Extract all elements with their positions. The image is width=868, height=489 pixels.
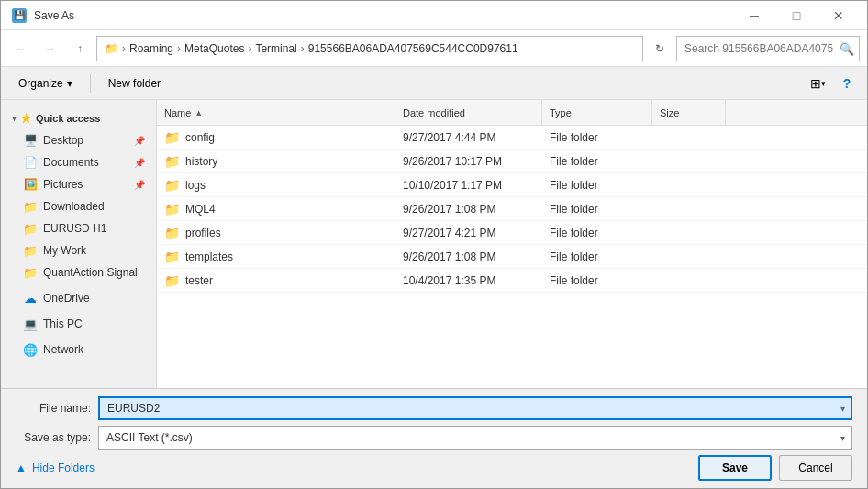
desktop-label: Desktop xyxy=(43,134,128,147)
cancel-button[interactable]: Cancel xyxy=(779,455,852,481)
forward-button[interactable]: → xyxy=(38,36,63,61)
sidebar-item-quantaction[interactable]: 📁 QuantAction Signal xyxy=(1,261,156,283)
table-row[interactable]: 📁 profiles 9/27/2017 4:21 PM File folder xyxy=(157,221,867,245)
network-section: 🌐 Network xyxy=(1,339,156,361)
onedrive-label: OneDrive xyxy=(43,292,145,305)
table-row[interactable]: 📁 tester 10/4/2017 1:35 PM File folder xyxy=(157,269,867,293)
hide-folders-label: Hide Folders xyxy=(32,461,95,474)
pictures-pin-icon: 📌 xyxy=(134,180,145,190)
breadcrumb-hash: 915566BA06ADA407569C544CC0D97611 xyxy=(308,42,518,55)
sidebar-item-mywork[interactable]: 📁 My Work xyxy=(1,239,156,261)
downloaded-label: Downloaded xyxy=(43,200,145,213)
network-icon: 🌐 xyxy=(23,342,38,357)
sidebar-item-onedrive[interactable]: ☁ OneDrive xyxy=(1,287,156,309)
new-folder-button[interactable]: New folder xyxy=(98,71,171,96)
save-button[interactable]: Save xyxy=(698,455,772,481)
title-controls: ─ □ ✕ xyxy=(733,1,860,30)
view-button[interactable]: ⊞ ▾ xyxy=(805,71,830,96)
desktop-pin-icon: 📌 xyxy=(134,136,145,146)
file-name: templates xyxy=(185,250,233,263)
file-list-header: Name ▲ Date modified Type Size xyxy=(157,100,867,126)
table-row[interactable]: 📁 templates 9/26/2017 1:08 PM File folde… xyxy=(157,245,867,269)
savetype-select[interactable]: ASCII Text (*.csv) xyxy=(98,426,852,450)
search-wrapper: 🔍 xyxy=(676,36,860,61)
this-pc-label: This PC xyxy=(43,317,145,330)
sidebar: ▾ ★ Quick access 🖥️ Desktop 📌 📄 Document… xyxy=(1,100,157,388)
table-row[interactable]: 📁 history 9/26/2017 10:17 PM File folder xyxy=(157,150,867,173)
sidebar-item-this-pc[interactable]: 💻 This PC xyxy=(1,313,156,335)
filename-label: File name: xyxy=(16,402,98,415)
desktop-icon: 🖥️ xyxy=(23,133,38,148)
col-type-label: Type xyxy=(550,107,572,118)
file-folder-icon: 📁 xyxy=(164,226,180,240)
refresh-button[interactable]: ↻ xyxy=(647,36,673,61)
file-type: File folder xyxy=(542,155,652,168)
eurusd-label: EURUSD H1 xyxy=(43,222,145,235)
action-row: ▲ Hide Folders Save Cancel xyxy=(16,455,852,481)
col-type-header[interactable]: Type xyxy=(542,100,652,125)
minimize-button[interactable]: ─ xyxy=(733,1,775,30)
filename-input[interactable] xyxy=(98,396,852,420)
documents-label: Documents xyxy=(43,156,128,169)
quick-access-collapse-icon: ▾ xyxy=(12,114,17,123)
file-rows-container: 📁 config 9/27/2017 4:44 PM File folder 📁… xyxy=(157,126,867,293)
col-date-label: Date modified xyxy=(403,107,465,118)
table-row[interactable]: 📁 config 9/27/2017 4:44 PM File folder xyxy=(157,126,867,150)
sidebar-item-desktop[interactable]: 🖥️ Desktop 📌 xyxy=(1,129,156,151)
file-type: File folder xyxy=(542,274,652,287)
savetype-select-wrapper: ASCII Text (*.csv) ▾ xyxy=(98,426,852,450)
quick-access-header[interactable]: ▾ ★ Quick access xyxy=(1,104,156,129)
bottom-panel: File name: ▾ Save as type: ASCII Text (*… xyxy=(1,388,867,488)
quantaction-folder-icon: 📁 xyxy=(23,265,38,280)
help-button[interactable]: ? xyxy=(834,71,860,96)
organize-label: Organize xyxy=(18,77,63,90)
view-icon: ⊞ xyxy=(810,76,821,91)
col-name-header[interactable]: Name ▲ xyxy=(157,100,395,125)
quick-access-star-icon: ★ xyxy=(20,111,32,126)
toolbar: Organize ▾ New folder ⊞ ▾ ? xyxy=(1,67,867,100)
file-date: 10/10/2017 1:17 PM xyxy=(395,179,542,192)
file-folder-icon: 📁 xyxy=(164,273,180,288)
sidebar-item-pictures[interactable]: 🖼️ Pictures 📌 xyxy=(1,173,156,195)
sidebar-item-eurusd[interactable]: 📁 EURUSD H1 xyxy=(1,217,156,239)
documents-pin-icon: 📌 xyxy=(134,158,145,168)
savetype-label: Save as type: xyxy=(16,431,98,444)
organize-button[interactable]: Organize ▾ xyxy=(8,71,83,96)
maximize-button[interactable]: □ xyxy=(775,1,818,30)
title-bar: 💾 Save As ─ □ ✕ xyxy=(1,1,867,30)
file-type: File folder xyxy=(542,250,652,263)
savetype-row: Save as type: ASCII Text (*.csv) ▾ xyxy=(16,426,852,450)
sidebar-item-documents[interactable]: 📄 Documents 📌 xyxy=(1,151,156,173)
view-arrow: ▾ xyxy=(821,79,826,88)
pictures-label: Pictures xyxy=(43,178,128,191)
sidebar-item-downloaded[interactable]: 📁 Downloaded xyxy=(1,195,156,217)
file-folder-icon: 📁 xyxy=(164,178,180,193)
search-input[interactable] xyxy=(676,36,860,61)
quick-access-section: ▾ ★ Quick access 🖥️ Desktop 📌 📄 Document… xyxy=(1,104,156,283)
title-bar-left: 💾 Save As xyxy=(12,8,74,23)
file-date: 9/26/2017 1:08 PM xyxy=(395,203,542,216)
window-icon: 💾 xyxy=(12,8,27,23)
this-pc-icon: 💻 xyxy=(23,317,38,331)
hide-folders-toggle[interactable]: ▲ Hide Folders xyxy=(16,458,95,478)
file-folder-icon: 📁 xyxy=(164,154,180,169)
address-path[interactable]: 📁 › Roaming › MetaQuotes › Terminal › 91… xyxy=(96,36,643,61)
col-size-header[interactable]: Size xyxy=(652,100,726,125)
quantaction-label: QuantAction Signal xyxy=(43,266,145,279)
close-button[interactable]: ✕ xyxy=(818,1,860,30)
onedrive-icon: ☁ xyxy=(23,291,38,306)
back-button[interactable]: ← xyxy=(8,36,34,61)
organize-arrow: ▾ xyxy=(67,77,72,90)
col-name-label: Name xyxy=(164,107,191,118)
col-date-header[interactable]: Date modified xyxy=(395,100,542,125)
table-row[interactable]: 📁 MQL4 9/26/2017 1:08 PM File folder xyxy=(157,197,867,221)
file-name: MQL4 xyxy=(185,203,216,216)
sidebar-item-network[interactable]: 🌐 Network xyxy=(1,339,156,361)
quick-access-label: Quick access xyxy=(36,113,100,124)
mywork-label: My Work xyxy=(43,244,145,257)
breadcrumb-roaming: Roaming xyxy=(129,42,173,55)
up-button[interactable]: ↑ xyxy=(67,36,93,61)
file-list: Name ▲ Date modified Type Size 📁 config xyxy=(157,100,867,388)
table-row[interactable]: 📁 logs 10/10/2017 1:17 PM File folder xyxy=(157,173,867,197)
sort-asc-icon: ▲ xyxy=(195,108,203,117)
